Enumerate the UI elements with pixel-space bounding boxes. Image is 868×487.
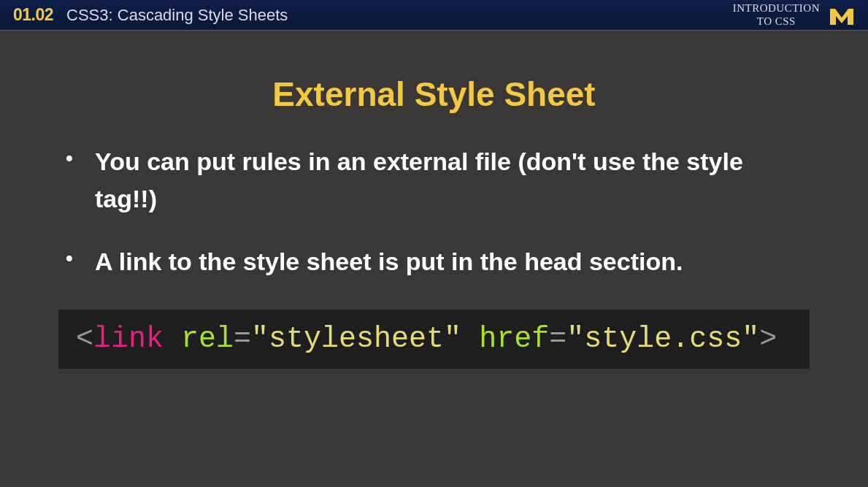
code-equals: = [549,323,566,356]
course-label: INTRODUCTION TO CSS [733,2,820,28]
code-bracket-close: > [759,323,777,356]
slide-header: 01.02 CSS3: Cascading Style Sheets INTRO… [0,0,868,31]
course-label-line1: INTRODUCTION [733,2,820,15]
slide-content: External Style Sheet You can put rules i… [0,31,868,369]
header-right: INTRODUCTION TO CSS [733,2,855,28]
lesson-title: CSS3: Cascading Style Sheets [66,6,288,25]
code-bracket-open: < [76,323,93,356]
bullet-item: A link to the style sheet is put in the … [95,243,810,280]
code-equals: = [234,323,251,356]
slide-title: External Style Sheet [58,74,810,114]
bullet-item: You can put rules in an external file (d… [95,143,810,218]
bullet-list: You can put rules in an external file (d… [58,143,810,280]
code-tag: link [93,323,164,356]
code-block: <link rel="stylesheet" href="style.css"> [58,310,810,369]
code-attr-href: href [479,323,549,356]
michigan-logo-icon [829,3,855,28]
code-value-stylesheet: "stylesheet" [251,323,461,356]
lesson-number: 01.02 [13,5,53,25]
course-label-line2: TO CSS [733,15,820,28]
code-value-stylecss: "style.css" [566,323,759,356]
code-attr-rel: rel [181,323,234,356]
